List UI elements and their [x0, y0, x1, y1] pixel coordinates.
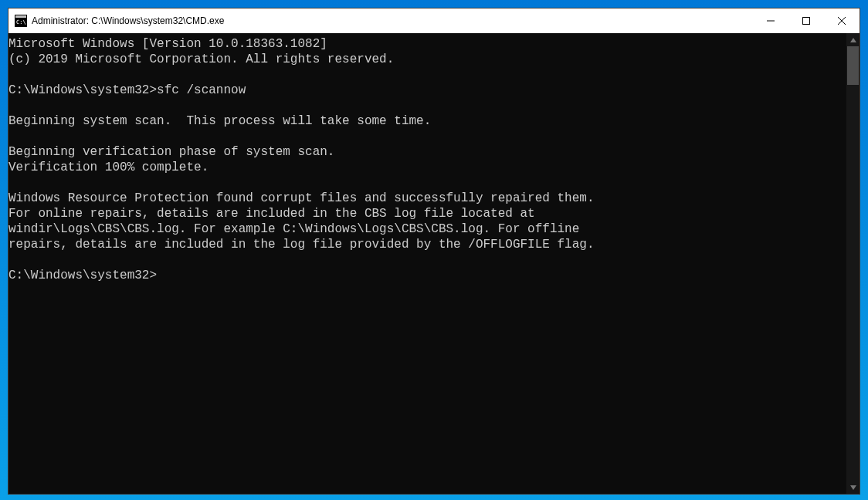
svg-marker-7	[850, 38, 856, 42]
titlebar[interactable]: C:\ Administrator: C:\Windows\system32\C…	[8, 8, 860, 33]
console-area[interactable]: Microsoft Windows [Version 10.0.18363.10…	[8, 33, 860, 494]
minimize-button[interactable]	[753, 8, 788, 33]
scrollbar[interactable]	[846, 33, 860, 494]
cmd-window: C:\ Administrator: C:\Windows\system32\C…	[8, 8, 860, 495]
scroll-up-icon[interactable]	[846, 33, 860, 46]
svg-rect-1	[15, 15, 26, 18]
svg-marker-8	[850, 485, 856, 490]
cmd-icon: C:\	[15, 15, 27, 27]
window-title: Administrator: C:\Windows\system32\CMD.e…	[32, 15, 753, 26]
window-controls	[753, 8, 860, 33]
svg-text:C:\: C:\	[16, 19, 26, 25]
console-output: Microsoft Windows [Version 10.0.18363.10…	[8, 33, 846, 494]
svg-rect-4	[803, 18, 810, 25]
maximize-button[interactable]	[788, 8, 824, 33]
scrollbar-thumb[interactable]	[847, 46, 859, 85]
scroll-down-icon[interactable]	[846, 481, 860, 494]
close-button[interactable]	[824, 8, 860, 33]
